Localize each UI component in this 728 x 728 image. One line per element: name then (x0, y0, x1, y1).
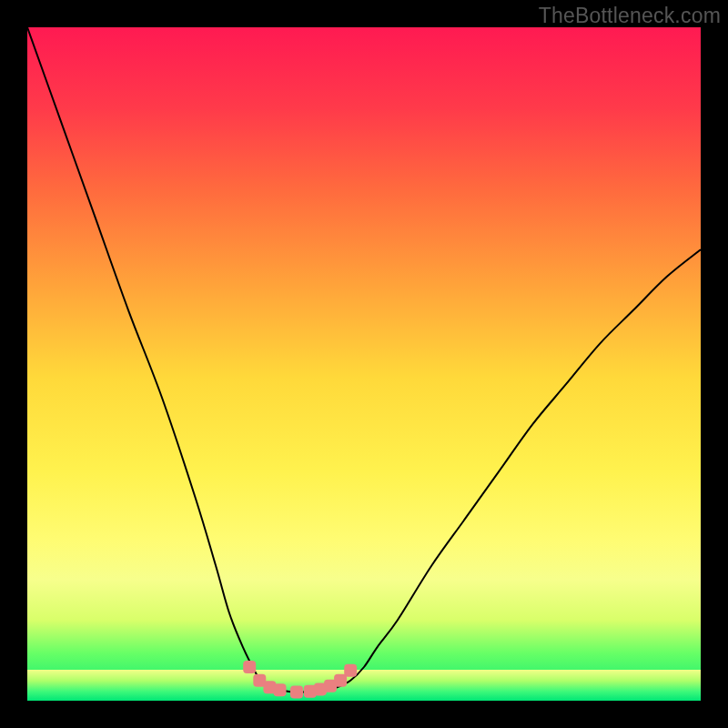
svg-rect-3 (274, 683, 287, 696)
bottleneck-curve (27, 27, 701, 701)
svg-rect-4 (290, 685, 303, 698)
svg-rect-8 (334, 674, 347, 687)
svg-rect-9 (344, 664, 357, 677)
watermark-text: TheBottleneck.com (539, 4, 721, 28)
svg-rect-0 (243, 661, 256, 673)
chart-stage: TheBottleneck.com (0, 0, 728, 728)
